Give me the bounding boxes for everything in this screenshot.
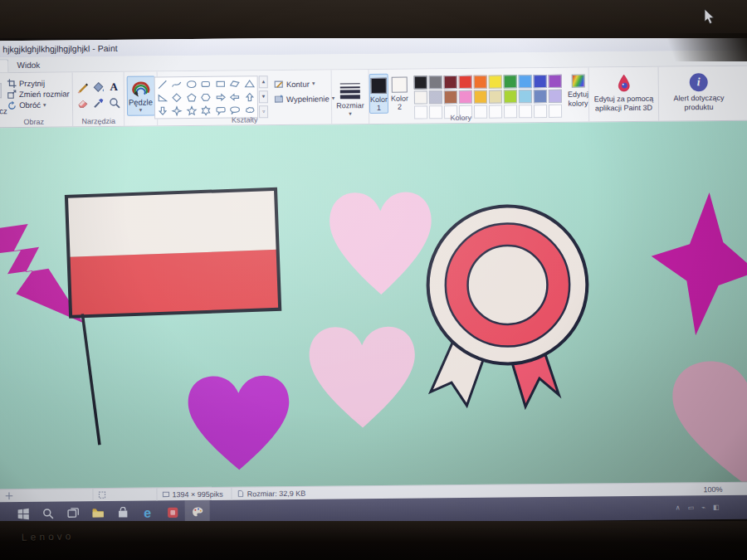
magnifier-icon: [108, 96, 120, 108]
paint-canvas[interactable]: [0, 121, 747, 489]
crop-icon: [7, 79, 17, 88]
cursor-position-indicator: [5, 489, 93, 502]
shape-arrow-down-icon[interactable]: [156, 105, 170, 117]
tray-icon-3[interactable]: ◧: [713, 504, 720, 511]
color1-button[interactable]: Kolor 1: [369, 74, 388, 114]
rotate-caret: ▾: [43, 101, 46, 108]
shape-line-icon[interactable]: [155, 78, 169, 90]
edit-colors-icon: [571, 75, 584, 88]
fill-bucket-icon: [92, 81, 104, 93]
shape-callout-rounded-icon[interactable]: [214, 105, 228, 117]
palette-swatch-74242e[interactable]: [444, 75, 457, 89]
ribbon-group-tools: A Narzędzia: [73, 72, 125, 127]
palette-swatch-e6dcae[interactable]: [489, 90, 502, 104]
palette-swatch-379a43[interactable]: [504, 75, 517, 88]
palette-swatch-58a5ef[interactable]: [519, 75, 532, 88]
rosette: [427, 206, 588, 408]
paint3d-icon: [617, 74, 630, 92]
eraser-tool[interactable]: [76, 95, 90, 110]
flag-pole: [82, 314, 100, 445]
shape-diamond-icon[interactable]: [170, 91, 184, 104]
paint3d-button[interactable]: Edytuj za pomocą aplikacji Paint 3D: [590, 70, 657, 113]
rotate-icon: [7, 100, 17, 110]
palette-swatch-f5f3f1[interactable]: [414, 90, 427, 104]
outline-button[interactable]: Kontur ▾: [274, 78, 334, 89]
color-picker-tool[interactable]: [91, 95, 105, 110]
palette-swatch-7089c2[interactable]: [534, 90, 547, 103]
palette-swatch-beb4e8[interactable]: [549, 90, 562, 103]
tray-icon-1[interactable]: ▭: [688, 504, 695, 511]
laptop-brand-logo: Lenovo: [22, 530, 75, 543]
shape-star-6-icon[interactable]: [199, 105, 213, 117]
ribbon-group-shapes: ▲ ▼ ▿ Kontur ▾ Wypełnienie ▾: [158, 70, 333, 125]
shape-oval-icon[interactable]: [184, 78, 198, 90]
shapes-grid: [154, 75, 258, 119]
tab-view[interactable]: Widok: [8, 59, 48, 72]
shape-star-5-icon[interactable]: [185, 105, 199, 117]
tab-home-fragment[interactable]: [0, 59, 9, 72]
canvas-size-indicator: 1394 × 995piks: [162, 488, 232, 501]
product-alert-button[interactable]: i Alert dotyczący produktu: [666, 69, 731, 112]
shapes-scroll-down[interactable]: ▼: [259, 90, 268, 103]
heart-pink-middle: [309, 326, 415, 428]
fill-tool[interactable]: [91, 80, 105, 94]
window-title: hjkgjklghjlkhgjlhgjlghjkl - Paint: [2, 43, 117, 54]
cursor-position-icon: [5, 492, 12, 499]
shape-hexagon-icon[interactable]: [199, 91, 213, 104]
heart-dusty-corner: [672, 360, 747, 487]
tray-icon-2[interactable]: ⌁: [701, 504, 706, 511]
magnifier-tool[interactable]: [107, 95, 121, 110]
fill-button[interactable]: Wypełnienie ▾: [274, 93, 334, 104]
shape-callout-cloud-icon[interactable]: [243, 104, 257, 116]
ribbon-group-paint3d: Edytuj za pomocą aplikacji Paint 3D: [589, 67, 660, 122]
palette-swatch-77777f[interactable]: [429, 75, 442, 89]
resize-button[interactable]: Zmień rozmiar: [7, 90, 70, 100]
shape-right-triangle-icon[interactable]: [155, 91, 169, 104]
zoom-level: 100%: [703, 485, 745, 493]
ribbon-group-alert: i Alert dotyczący produktu: [659, 66, 740, 121]
shape-triangle-icon[interactable]: [242, 77, 256, 90]
palette-swatch-a8d434[interactable]: [504, 90, 517, 103]
shape-callout-oval-icon[interactable]: [228, 105, 242, 117]
palette-swatch-4351c8[interactable]: [534, 75, 547, 88]
mouse-cursor: [704, 9, 715, 26]
system-tray: ∧▭⌁◧: [676, 504, 747, 512]
shape-star-4-icon[interactable]: [170, 105, 184, 117]
palette-swatch-92cde8[interactable]: [519, 90, 532, 103]
palette-swatch-bcbfd2[interactable]: [429, 90, 442, 104]
palette-swatch-e23c33[interactable]: [459, 75, 472, 89]
shape-arrow-up-icon[interactable]: [242, 90, 256, 103]
palette-swatch-ac6a4e[interactable]: [444, 90, 457, 104]
shapes-scroll-up[interactable]: ▲: [259, 75, 268, 88]
polish-flag: [66, 189, 280, 317]
edit-colors-button[interactable]: Edytuj kolory: [568, 71, 588, 109]
resize-icon: [7, 90, 17, 99]
palette-swatch-f2b935[interactable]: [474, 90, 487, 104]
pencil-icon: [76, 81, 88, 93]
color2-button[interactable]: Kolor 2: [391, 74, 408, 112]
size-caret: ▾: [349, 110, 352, 117]
palette-swatch-9a50c4[interactable]: [549, 75, 562, 88]
shape-polygon-icon[interactable]: [228, 78, 242, 90]
size-button[interactable]: Rozmiar ▾: [336, 72, 364, 118]
palette-swatch-f07029[interactable]: [474, 75, 487, 89]
crop-button[interactable]: Przytnij: [7, 79, 45, 88]
shape-arrow-left-icon[interactable]: [228, 91, 242, 104]
eraser-icon: [76, 97, 88, 109]
shape-pentagon-icon[interactable]: [184, 91, 198, 104]
tray-icon-0[interactable]: ∧: [676, 504, 681, 511]
palette-swatch-f3e13c[interactable]: [489, 75, 502, 89]
palette-swatch-f08ccd[interactable]: [459, 90, 472, 104]
rotate-button[interactable]: Obróć ▾: [7, 100, 46, 110]
pencil-tool[interactable]: [76, 80, 90, 94]
shape-curve-icon[interactable]: [170, 78, 184, 90]
shape-rectangle-icon[interactable]: [213, 78, 227, 90]
brushes-button[interactable]: Pędzle ▾: [126, 76, 154, 116]
palette-swatch-1d1d22[interactable]: [414, 75, 427, 89]
text-tool[interactable]: A: [107, 80, 121, 94]
shape-rounded-rectangle-icon[interactable]: [199, 78, 213, 90]
shape-arrow-right-icon[interactable]: [213, 91, 227, 104]
color1-swatch: [371, 78, 387, 94]
paste-button-fragment[interactable]: [0, 83, 2, 98]
ribbon-group-size: Rozmiar ▾: [332, 70, 370, 124]
